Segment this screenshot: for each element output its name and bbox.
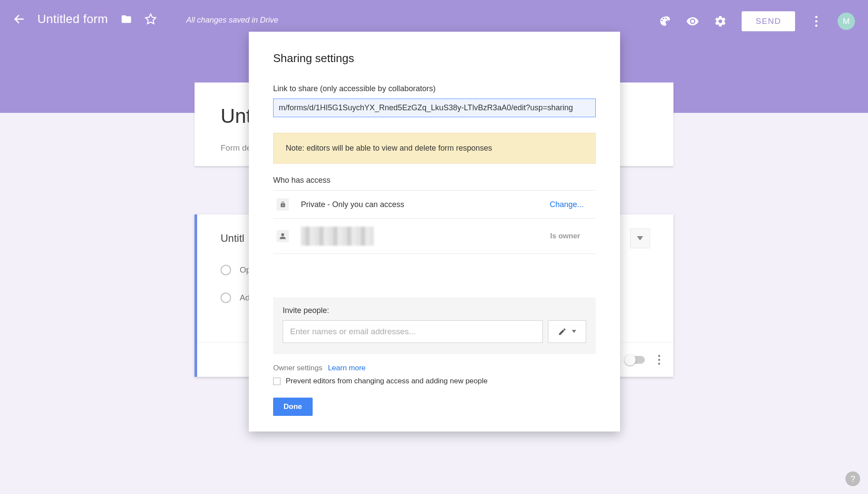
access-owner-row: Is owner [273, 219, 596, 254]
preview-eye-icon[interactable] [686, 15, 699, 28]
editors-note: Note: editors will be able to view and d… [273, 133, 596, 164]
svg-marker-9 [572, 330, 576, 333]
svg-point-3 [815, 20, 817, 22]
help-fab-icon[interactable]: ? [845, 471, 860, 486]
share-link-input[interactable] [273, 99, 596, 117]
header-left: Untitled form All changes saved in Drive [13, 12, 278, 26]
svg-point-6 [658, 355, 660, 357]
svg-point-4 [815, 24, 817, 26]
lock-icon [277, 198, 289, 211]
owner-role-label: Is owner [550, 232, 580, 240]
form-title[interactable]: Untitled form [37, 12, 108, 26]
chevron-down-icon [572, 330, 576, 333]
prevent-editors-row: Prevent editors from changing access and… [273, 377, 596, 385]
palette-icon[interactable] [658, 15, 671, 28]
change-privacy-link[interactable]: Change... [550, 200, 584, 209]
pencil-icon [558, 327, 567, 336]
sharing-modal: Sharing settings Link to share (only acc… [249, 32, 620, 431]
link-share-label: Link to share (only accessible by collab… [273, 84, 596, 93]
svg-marker-1 [145, 14, 155, 23]
send-button[interactable]: SEND [742, 11, 795, 31]
question-more-icon[interactable] [658, 355, 660, 365]
done-button[interactable]: Done [273, 398, 313, 416]
save-status: All changes saved in Drive [186, 16, 278, 25]
modal-title: Sharing settings [273, 52, 596, 65]
add-option-label: Ad [240, 293, 250, 303]
access-privacy-row: Private - Only you can access Change... [273, 191, 596, 219]
more-menu-icon[interactable] [810, 15, 823, 28]
back-arrow-icon[interactable] [13, 13, 25, 25]
settings-gear-icon[interactable] [714, 15, 727, 28]
radio-icon [221, 265, 231, 275]
permission-dropdown[interactable] [548, 320, 586, 343]
svg-point-7 [658, 359, 660, 361]
prevent-editors-label: Prevent editors from changing access and… [286, 377, 488, 385]
header-right: SEND M [658, 11, 855, 31]
radio-icon [221, 293, 231, 303]
question-title[interactable]: Untitl [221, 232, 244, 244]
owner-name-redacted [301, 227, 374, 246]
learn-more-link[interactable]: Learn more [328, 364, 366, 372]
invite-input[interactable] [283, 320, 543, 343]
who-has-access-label: Who has access [273, 176, 596, 185]
svg-marker-5 [637, 236, 643, 240]
owner-settings-row: Owner settings Learn more [273, 364, 596, 372]
svg-point-2 [815, 16, 817, 18]
star-icon[interactable] [145, 13, 157, 25]
prevent-editors-checkbox[interactable] [273, 378, 281, 385]
required-toggle[interactable] [626, 356, 645, 364]
svg-point-8 [658, 362, 660, 365]
question-type-dropdown[interactable] [630, 228, 650, 248]
folder-icon[interactable] [120, 13, 132, 25]
owner-settings-label: Owner settings [273, 364, 322, 372]
privacy-text: Private - Only you can access [301, 200, 550, 209]
invite-section: Invite people: [273, 297, 596, 354]
person-icon [277, 230, 289, 242]
invite-label: Invite people: [283, 306, 586, 315]
user-avatar[interactable]: M [838, 13, 855, 30]
